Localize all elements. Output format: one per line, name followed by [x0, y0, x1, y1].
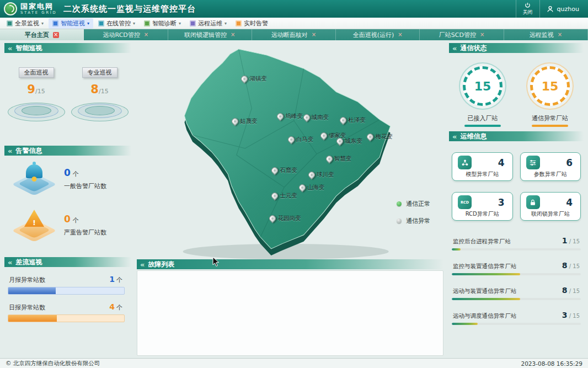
tab-close-icon[interactable]: ×	[231, 32, 235, 38]
station-marker[interactable]: 姑蔑变	[232, 118, 258, 125]
stat-remote-dispatch-comm: 远动与调度通信异常厂站 3 / 15	[452, 311, 581, 325]
severe-alarm-item[interactable]: ! 0 个 严重告警厂站数	[4, 202, 131, 248]
tab-close-icon[interactable]: ×	[398, 32, 402, 38]
gray-dot-icon	[397, 218, 402, 223]
user-icon	[547, 6, 554, 13]
smart-diagnosis-icon	[144, 20, 150, 26]
green-dot-icon	[397, 201, 402, 206]
map-pin-icon	[270, 166, 280, 175]
station-marker[interactable]: 城南变	[303, 114, 329, 121]
online-control-icon	[98, 20, 104, 26]
legend-comm-normal: 通信正常	[397, 200, 430, 208]
ops-info-header: « 运维信息	[449, 131, 584, 141]
menu-item-panorama[interactable]: 全景监视 ▾	[3, 18, 47, 29]
pro-patrol-value: 8	[90, 83, 99, 96]
tab-remote-rcd[interactable]: 远动RCD管控 ×	[84, 29, 168, 40]
map-pin-icon	[335, 136, 345, 146]
station-label: 姑蔑变	[240, 118, 258, 125]
full-patrol-stat[interactable]: 全面巡视 9/15	[8, 67, 65, 138]
station-marker[interactable]: 杜泽变	[340, 116, 366, 124]
warning-icon: !	[13, 208, 55, 242]
model-abnormal-card[interactable]: 4 模型异常厂站	[452, 152, 513, 181]
brand-name-en: STATE GRID	[20, 10, 57, 15]
menu-item-online-control[interactable]: 在线管控 ▾	[94, 18, 139, 29]
tab-close-icon[interactable]: ×	[480, 32, 484, 38]
stat-progress-bar	[452, 298, 581, 300]
monthly-abnormal-stat: 月报异常站数 1个	[4, 267, 131, 295]
stat-backend-process: 监控后台进程异常厂站 1 / 15	[452, 236, 581, 250]
tab-remote-monitor[interactable]: 远程监视 ×	[504, 29, 588, 40]
station-label: 城东变	[345, 137, 362, 145]
remote-ops-icon	[190, 20, 196, 26]
general-alarm-count: 0	[64, 167, 71, 178]
tab-close-icon[interactable]: ×	[312, 32, 316, 38]
smart-patrol-header: « 智能巡视	[4, 43, 131, 53]
station-label: 城南变	[312, 114, 329, 121]
map-pin-icon	[231, 116, 240, 126]
station-label: 坞峰变	[285, 113, 303, 120]
comm-gauges: 15 已接入厂站 15 通信异常厂站	[449, 53, 584, 131]
station-marker[interactable]: 梅花变	[367, 133, 393, 141]
map-pin-icon	[268, 214, 277, 223]
param-icon	[526, 156, 540, 169]
patrol-summary: 全面巡视 9/15 专业巡视 8/15	[4, 67, 131, 138]
brand: 国家电网 STATE GRID	[0, 2, 63, 15]
app-window: 国家电网 STATE GRID 二次系统统一监视与运维管控平台 关闭 quzho…	[0, 0, 588, 368]
station-label: 山海变	[307, 184, 325, 191]
station-marker[interactable]: 白马变	[288, 136, 314, 143]
tab-close-icon[interactable]: ×	[558, 32, 562, 38]
tab-platform-home[interactable]: 平台主页 ×	[0, 29, 84, 40]
map-pin-icon	[240, 74, 249, 84]
general-alarm-item[interactable]: 0 个 一般告警厂站数	[4, 156, 131, 202]
right-panel: « 通信状态 15 已接入厂站 15 通信异常厂站 « 运维信息	[449, 43, 584, 356]
station-marker[interactable]: 花园岗变	[269, 215, 301, 222]
ops-stats: 监控后台进程异常厂站 1 / 15 监控与装置通信异常厂站 8 / 15 远动与…	[449, 223, 584, 325]
state-grid-logo-icon	[4, 2, 17, 15]
chevron-left-icon: «	[8, 258, 12, 266]
brand-name: 国家电网	[20, 3, 57, 10]
tab-scd-control[interactable]: 厂站SCD管控 ×	[420, 29, 504, 40]
menu-item-smart-diagnosis[interactable]: 智能诊断 ▾	[140, 18, 185, 29]
map-pin-icon	[270, 191, 280, 200]
connected-stations-gauge: 15 已接入厂站	[459, 62, 506, 127]
menu-item-smart-patrol[interactable]: 智能巡视 ▾	[49, 18, 93, 29]
daily-progress-bar	[8, 314, 125, 322]
station-marker[interactable]: 湖镇变	[241, 75, 267, 83]
station-marker[interactable]: 坞峰变	[277, 113, 303, 120]
clock: 2023-08-08 16:35:29	[521, 360, 582, 367]
pro-patrol-stat[interactable]: 专业巡视 8/15	[71, 67, 129, 138]
chevron-down-icon: ▾	[41, 21, 44, 26]
station-label: 白马变	[296, 136, 314, 143]
interlock-abnormal-card[interactable]: 4 联闭锁异常厂站	[520, 192, 581, 221]
severe-alarm-count: 0	[64, 214, 71, 225]
rcd-abnormal-card[interactable]: RCD 3 RCD异常厂站	[452, 192, 513, 221]
close-button[interactable]: 关闭	[516, 0, 539, 18]
tab-close-icon[interactable]: ×	[53, 32, 59, 38]
station-label: 湖镇变	[249, 75, 267, 83]
station-marker[interactable]: 士元变	[271, 192, 297, 200]
comm-abnormal-gauge: 15 通信异常厂站	[526, 62, 574, 127]
monthly-progress-bar	[8, 287, 125, 295]
chevron-down-icon: ▾	[224, 21, 227, 26]
tab-close-icon[interactable]: ×	[144, 32, 148, 38]
stat-monitor-device-comm: 监控与装置通信异常厂站 8 / 15	[452, 261, 581, 275]
menu-item-remote-ops[interactable]: 远程运维 ▾	[186, 18, 231, 29]
station-marker[interactable]: 球川变	[308, 171, 334, 179]
map-pin-icon	[302, 113, 311, 122]
panorama-icon	[7, 20, 13, 26]
rcd-icon: RCD	[458, 195, 472, 209]
station-marker[interactable]: 智慧变	[326, 155, 352, 163]
tab-section-check[interactable]: 远动断面核对 ×	[252, 29, 336, 40]
param-abnormal-card[interactable]: 6 参数异常厂站	[520, 152, 581, 181]
station-marker[interactable]: 山海变	[299, 184, 325, 191]
tab-interlock-logic[interactable]: 联闭锁逻辑管控 ×	[168, 29, 252, 40]
fault-list-panel	[137, 270, 443, 356]
station-marker[interactable]: 城东变	[336, 137, 362, 145]
region-map[interactable]: 湖镇变 坞峰变 城南变 杜泽变 姑蔑变 白马变 缪家变 城东变 梅花变 智慧变 …	[137, 43, 443, 259]
menu-item-realtime-alarm[interactable]: 实时告警	[232, 18, 272, 29]
stat-progress-bar	[452, 323, 581, 325]
tab-full-patrol[interactable]: 全面巡视(运行) ×	[336, 29, 420, 40]
map-pin-icon	[276, 111, 285, 121]
user-menu[interactable]: quzhou	[539, 0, 588, 18]
station-marker[interactable]: 石窟变	[271, 167, 297, 174]
